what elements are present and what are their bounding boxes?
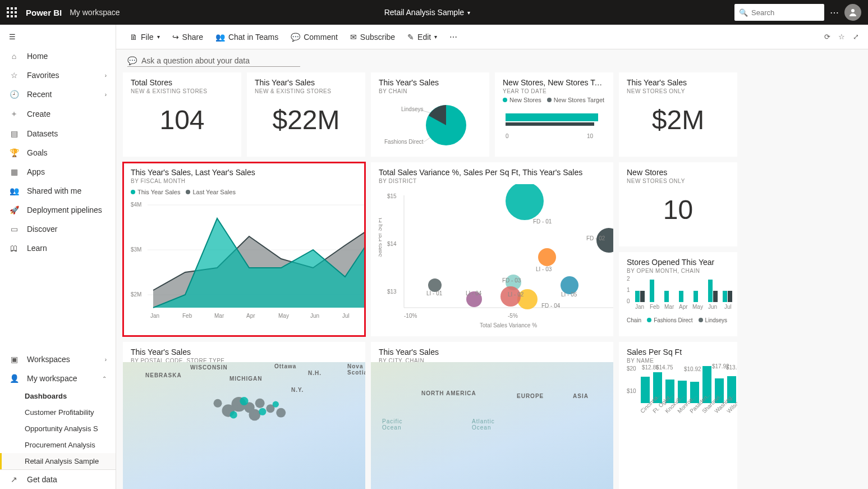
chevron-right-icon: › [105, 357, 107, 363]
svg-text:-10%: -10% [404, 313, 417, 319]
subscribe-button[interactable]: ✉Subscribe [346, 29, 399, 45]
nav-label: Goals [27, 148, 48, 157]
nav-sub-dashboards[interactable]: Dashboards [0, 388, 116, 404]
svg-rect-59 [679, 291, 683, 302]
tile-newstores-ytd[interactable]: New Stores, New Stores Targ… YEAR TO DAT… [495, 72, 613, 157]
chat-teams-button[interactable]: 👥Chat in Teams [211, 29, 283, 45]
map-canvas: NEBRASKA WISCONSIN MICHIGAN Ottawa N.Y. … [123, 362, 365, 489]
nav-discover[interactable]: ▭Discover [0, 220, 116, 239]
nav-recent[interactable]: 🕘Recent› [0, 85, 116, 104]
nav-learn[interactable]: 🕮Learn [0, 239, 116, 258]
nav-label: Home [27, 52, 48, 61]
bubble-chart: $15$14$13 Sales Per Sq Ft FD - 01 FD - 0… [379, 184, 613, 330]
file-menu[interactable]: 🗎File▾ [125, 29, 164, 45]
workspace-name[interactable]: My workspace [70, 8, 120, 17]
tile-value: 104 [131, 104, 233, 135]
svg-point-78 [276, 408, 286, 418]
edit-button[interactable]: ✎Edit▾ [403, 29, 442, 45]
more-button[interactable]: ⋯ [445, 29, 462, 45]
nav-sub-item[interactable]: Customer Profitability [0, 404, 116, 421]
tile-value: $2M [627, 104, 729, 135]
tile-title: This Year's Sales [379, 78, 481, 87]
tile-new-stores[interactable]: New Stores NEW STORES ONLY 10 [619, 162, 737, 246]
map-canvas: NORTH AMERICA EUROPE ASIA PacificOcean A… [371, 362, 613, 489]
nav-home[interactable]: ⌂Home [0, 47, 116, 66]
book-icon: 🕮 [9, 244, 19, 253]
svg-text:Apr: Apr [679, 304, 688, 310]
toolbar: 🗎File▾ ↪Share 👥Chat in Teams 💬Comment ✉S… [116, 25, 868, 49]
nav-favorites[interactable]: ☆Favorites› [0, 66, 116, 85]
svg-point-75 [255, 399, 265, 408]
more-icon[interactable]: ⋯ [830, 7, 839, 18]
nav-shared[interactable]: 👥Shared with me [0, 181, 116, 200]
search-box[interactable]: 🔍 [734, 4, 824, 21]
nav-sub-item-active[interactable]: Retail Analysis Sample [0, 453, 116, 469]
svg-text:Lindseys: Lindseys [401, 106, 423, 112]
svg-text:Jul: Jul [724, 304, 732, 310]
nav-get-data[interactable]: ↗Get data [0, 470, 116, 489]
nav-goals[interactable]: 🏆Goals [0, 143, 116, 162]
svg-text:Feb: Feb [182, 313, 192, 319]
svg-text:LI - 01: LI - 01 [426, 290, 443, 296]
nav-my-workspace[interactable]: 👤My workspace⌃ [0, 369, 116, 388]
tile-sqft[interactable]: Sales Per Sq Ft BY NAME $20$10 $12.86$14… [619, 342, 737, 489]
nav-apps[interactable]: ▦Apps [0, 162, 116, 181]
svg-point-30 [506, 184, 544, 220]
tile-ty-chain[interactable]: This Year's Sales BY CHAIN Lindseys Fash… [371, 72, 489, 157]
btn-label: Chat in Teams [228, 33, 278, 42]
svg-text:FD - 04: FD - 04 [541, 303, 561, 309]
comment-button[interactable]: 💬Comment [286, 29, 342, 45]
tile-subtitle: NEW & EXISTING STORES [131, 88, 233, 94]
tile-ty-newonly[interactable]: This Year's Sales NEW STORES ONLY $2M [619, 72, 737, 157]
share-button[interactable]: ↪Share [168, 29, 208, 45]
nav-label: Shared with me [27, 186, 81, 195]
nav-datasets[interactable]: ▤Datasets [0, 124, 116, 143]
svg-text:May: May [278, 313, 289, 319]
share-icon: ↪ [172, 33, 179, 42]
tile-postal-map[interactable]: This Year's Sales BY POSTAL CODE, STORE … [123, 342, 365, 489]
nav-toggle[interactable]: ☰ [0, 27, 116, 47]
tile-city-map[interactable]: This Year's Sales BY CITY, CHAIN NORTH A… [371, 342, 613, 489]
nav-pipelines[interactable]: 🚀Deployment pipelines [0, 200, 116, 220]
breadcrumb[interactable]: Retail Analysis Sample ▾ [120, 8, 734, 17]
nav-sub-item[interactable]: Opportunity Analysis S [0, 421, 116, 437]
comment-icon: 💬 [291, 33, 300, 42]
favorite-icon[interactable]: ☆ [838, 33, 845, 41]
tile-variance[interactable]: Total Sales Variance %, Sales Per Sq Ft,… [371, 162, 613, 336]
qna-input[interactable]: 💬 Ask a question about your data [127, 55, 300, 67]
tile-total-stores[interactable]: Total Stores NEW & EXISTING STORES 104 [123, 72, 241, 157]
tile-title: Total Sales Variance %, Sales Per Sq Ft,… [379, 168, 605, 177]
app-launcher[interactable] [7, 7, 17, 17]
svg-text:$10.92: $10.92 [684, 366, 701, 372]
svg-text:LI - 05: LI - 05 [561, 291, 577, 298]
fullscreen-icon[interactable]: ⤢ [853, 33, 859, 41]
svg-rect-64 [728, 291, 732, 302]
svg-rect-58 [664, 291, 669, 302]
tile-subtitle: NEW STORES ONLY [627, 88, 729, 94]
svg-text:-5%: -5% [508, 313, 518, 319]
tile-ty-sales[interactable]: This Year's Sales NEW & EXISTING STORES … [247, 72, 365, 157]
nav-workspaces[interactable]: ▣Workspaces› [0, 350, 116, 369]
refresh-icon[interactable]: ⟳ [824, 33, 830, 41]
svg-text:Total Sales Variance %: Total Sales Variance % [480, 322, 537, 328]
svg-text:Feb: Feb [650, 304, 660, 310]
tile-opened[interactable]: Stores Opened This Year BY OPEN MONTH, C… [619, 252, 737, 336]
nav-label: Recent [27, 90, 52, 99]
left-nav: ☰ ⌂Home ☆Favorites› 🕘Recent› ＋Create ▤Da… [0, 25, 116, 489]
svg-rect-6 [506, 113, 598, 121]
tile-title: This Year's Sales [627, 78, 729, 87]
avatar[interactable] [844, 4, 861, 21]
nav-label: Datasets [27, 129, 58, 138]
nav-label: Favorites [27, 71, 59, 80]
svg-text:$2M: $2M [131, 291, 141, 298]
tile-subtitle: BY OPEN MONTH, CHAIN [627, 268, 729, 274]
nav-label: Get data [27, 475, 57, 484]
svg-text:LI - 04: LI - 04 [466, 290, 482, 296]
nav-sub-item[interactable]: Procurement Analysis [0, 437, 116, 453]
svg-text:May: May [692, 304, 703, 310]
svg-text:$10: $10 [627, 388, 636, 394]
nav-create[interactable]: ＋Create [0, 104, 116, 124]
svg-text:2: 2 [627, 276, 630, 282]
discover-icon: ▭ [9, 225, 19, 234]
tile-ty-ly-fiscal[interactable]: This Year's Sales, Last Year's Sales BY … [123, 162, 365, 336]
